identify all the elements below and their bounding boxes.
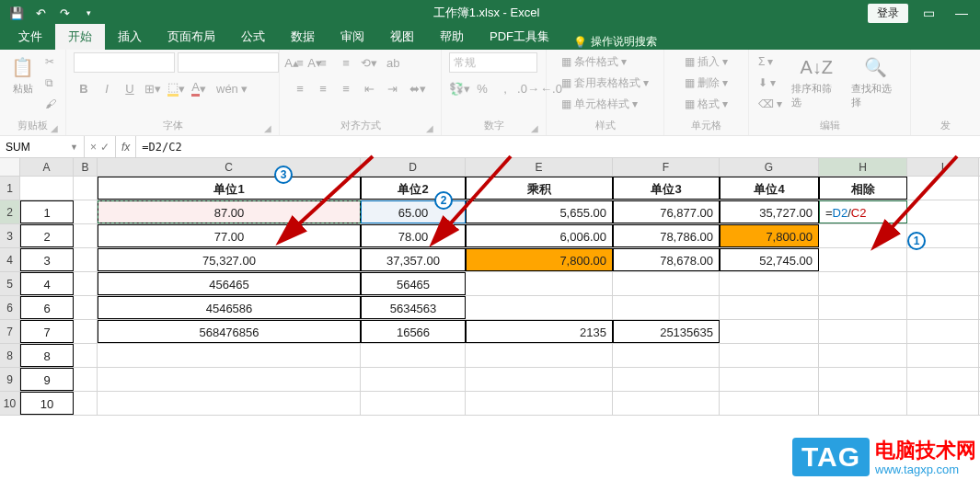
cell[interactable]: 6,006.00 (466, 224, 613, 247)
cut-button[interactable]: ✂ (43, 52, 58, 71)
format-cells-button[interactable]: ▦格式 ▾ (683, 95, 730, 113)
cell[interactable] (819, 392, 907, 415)
cell[interactable]: 8 (20, 344, 74, 367)
cell[interactable] (466, 392, 613, 415)
cell[interactable]: 9 (20, 368, 74, 391)
cell[interactable]: 5634563 (361, 296, 466, 319)
row-header-7[interactable]: 7 (0, 320, 20, 343)
cell[interactable] (613, 392, 720, 415)
cell[interactable]: 456465 (98, 272, 361, 295)
cell[interactable]: 52,745.00 (720, 248, 819, 271)
tab-help[interactable]: 帮助 (427, 24, 477, 50)
tab-pdf[interactable]: PDF工具集 (477, 24, 562, 50)
cell[interactable]: 56465 (361, 272, 466, 295)
comma-format-icon[interactable]: , (495, 78, 515, 98)
cell[interactable] (361, 368, 466, 391)
col-header-I[interactable]: I (907, 158, 979, 176)
col-header-A[interactable]: A (20, 158, 74, 176)
row-header-6[interactable]: 6 (0, 296, 20, 319)
dialog-launcher-icon[interactable]: ◢ (51, 123, 58, 133)
cell[interactable] (74, 344, 98, 367)
row-header-1[interactable]: 1 (0, 177, 20, 200)
qat-dropdown-icon[interactable]: ▾ (77, 3, 99, 23)
cell[interactable]: 5,655.00 (466, 200, 613, 223)
clear-button[interactable]: ⌫ ▾ (756, 95, 784, 113)
row-header-5[interactable]: 5 (0, 272, 20, 295)
cell[interactable] (907, 296, 979, 319)
col-header-B[interactable]: B (74, 158, 98, 176)
cell-H2-active[interactable]: =D2/C2 (819, 200, 907, 223)
row-header-4[interactable]: 4 (0, 248, 20, 271)
font-color-button[interactable]: A▾ (189, 78, 209, 98)
indent-increase-icon[interactable]: ⇥ (382, 78, 402, 98)
increase-decimal-icon[interactable]: .0→ (518, 78, 538, 98)
cell[interactable] (907, 200, 979, 223)
cell[interactable]: 568476856 (98, 320, 361, 343)
col-header-D[interactable]: D (361, 158, 466, 176)
format-as-table-button[interactable]: ▦套用表格格式 ▾ (559, 74, 651, 92)
cell[interactable] (907, 368, 979, 391)
underline-button[interactable]: U (120, 78, 140, 98)
cell[interactable] (907, 248, 979, 271)
wrap-text-button[interactable]: ab (382, 52, 404, 73)
cell-styles-button[interactable]: ▦单元格样式 ▾ (559, 95, 651, 113)
col-header-E[interactable]: E (466, 158, 613, 176)
select-all-corner[interactable] (0, 158, 20, 176)
cell[interactable] (613, 272, 720, 295)
cell-D2[interactable]: 65.00 (361, 200, 466, 223)
cell[interactable]: 7,800.00 (720, 224, 819, 247)
cell[interactable]: 75,327.00 (98, 248, 361, 271)
tab-formulas[interactable]: 公式 (228, 24, 278, 50)
cell[interactable] (74, 296, 98, 319)
cell[interactable] (74, 224, 98, 247)
cell[interactable]: 4546586 (98, 296, 361, 319)
ribbon-options-icon[interactable]: ▭ (916, 3, 941, 23)
save-icon[interactable]: 💾 (6, 3, 28, 23)
cell[interactable] (20, 177, 74, 200)
tell-me-search[interactable]: 💡 操作说明搜索 (573, 34, 657, 50)
copy-button[interactable]: ⧉ (43, 74, 58, 92)
indent-decrease-icon[interactable]: ⇤ (359, 78, 379, 98)
insert-cells-button[interactable]: ▦插入 ▾ (683, 52, 730, 71)
login-button[interactable]: 登录 (868, 4, 908, 23)
cell[interactable] (74, 248, 98, 271)
tab-insert[interactable]: 插入 (105, 24, 155, 50)
font-name-combo[interactable] (74, 52, 175, 73)
bold-button[interactable]: B (74, 78, 94, 98)
cell[interactable] (720, 368, 819, 391)
merge-button[interactable]: ⬌▾ (405, 78, 431, 98)
paste-button[interactable]: 📋 粘贴 (8, 52, 38, 97)
fx-button[interactable]: fx (116, 136, 136, 157)
conditional-formatting-button[interactable]: ▦条件格式 ▾ (559, 52, 651, 71)
tab-view[interactable]: 视图 (377, 24, 427, 50)
cell[interactable] (907, 392, 979, 415)
align-middle-icon[interactable]: ≡ (313, 52, 333, 73)
cell[interactable] (361, 392, 466, 415)
cancel-formula-button[interactable]: × (90, 141, 97, 154)
align-bottom-icon[interactable]: ≡ (336, 52, 356, 73)
cell[interactable]: 16566 (361, 320, 466, 343)
border-button[interactable]: ⊞▾ (143, 78, 163, 98)
cell[interactable] (74, 368, 98, 391)
format-painter-button[interactable]: 🖌 (43, 95, 58, 113)
cell-header-g[interactable]: 单位4 (720, 177, 819, 200)
dialog-launcher-icon[interactable]: ◢ (531, 123, 538, 133)
col-header-G[interactable]: G (720, 158, 819, 176)
percent-format-icon[interactable]: % (472, 78, 492, 98)
row-header-10[interactable]: 10 (0, 392, 20, 415)
row-header-2[interactable]: 2 (0, 200, 20, 223)
accounting-format-icon[interactable]: 💱▾ (449, 78, 469, 98)
redo-icon[interactable]: ↷ (53, 3, 75, 23)
cell[interactable]: 10 (20, 392, 74, 415)
cell[interactable] (720, 344, 819, 367)
cell[interactable] (74, 200, 98, 223)
cell[interactable] (720, 320, 819, 343)
italic-button[interactable]: I (97, 78, 117, 98)
cell[interactable]: 4 (20, 272, 74, 295)
cell[interactable] (613, 368, 720, 391)
cell[interactable] (613, 296, 720, 319)
cell[interactable]: 37,357.00 (361, 248, 466, 271)
cell[interactable]: 76,877.00 (613, 200, 720, 223)
autosum-button[interactable]: Σ ▾ (756, 52, 784, 71)
cell[interactable] (98, 368, 361, 391)
